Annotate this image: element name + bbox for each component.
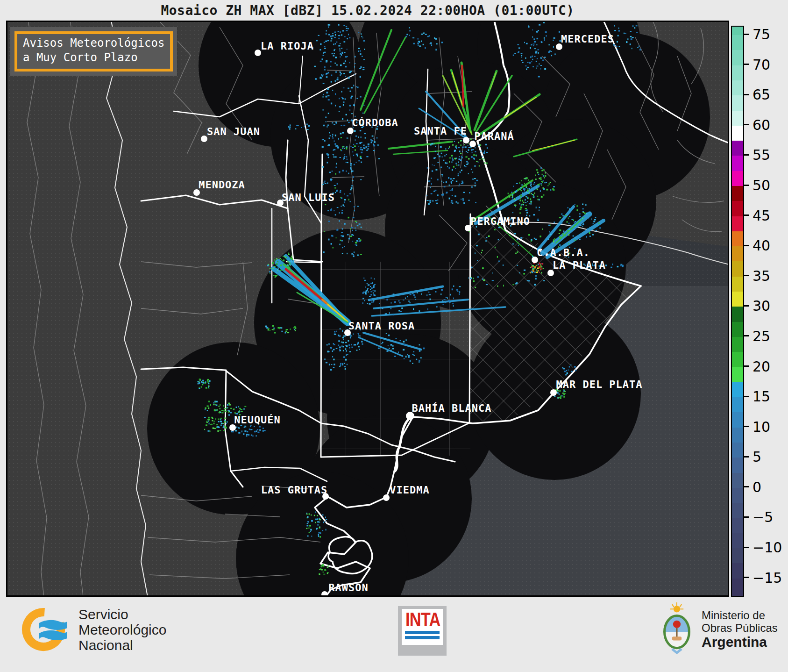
city-label: LA PLATA [553, 259, 606, 271]
colorbar-tick-label: 10 [753, 418, 770, 435]
city-label: PERGAMINO [470, 215, 530, 227]
colorbar-tick-label: 75 [753, 26, 770, 43]
radar-mosaic-product: Mosaico ZH MAX [dBZ] 15.02.2024 22:00HOA… [0, 0, 788, 672]
smn-line-2: Meteorológico [78, 622, 166, 637]
colorbar-tick-label: 15 [753, 388, 770, 405]
city-label: LA RIOJA [261, 40, 314, 52]
warning-line-1: Avisos Meteorológicos [23, 36, 164, 50]
warning-banner: Avisos Meteorológicos a Muy Corto Plazo [10, 27, 177, 76]
ministry-text: Ministerio de Obras Públicas Argentina [702, 609, 778, 650]
colorbar-tick-label: 65 [753, 86, 770, 103]
colorbar-tick [744, 577, 749, 578]
city-dot [347, 128, 354, 134]
colorbar-tick [744, 124, 749, 125]
colorbar-tick-label: 5 [753, 449, 761, 465]
city-dot [255, 50, 261, 56]
colorbar-tick [744, 396, 749, 397]
footer: Servicio Meteorológico Nacional INTA [0, 597, 788, 672]
colorbar-tick [744, 305, 749, 307]
warning-banner-border: Avisos Meteorológicos a Muy Corto Plazo [14, 31, 173, 71]
city-label: SANTA FE [414, 125, 467, 137]
colorbar-tick-label: 60 [753, 116, 770, 133]
colorbar-tick-label: 50 [753, 177, 770, 193]
colorbar-tick [744, 516, 749, 518]
colorbar-tick-label: −10 [753, 539, 782, 556]
city-label: RAWSON [328, 582, 368, 593]
colorbar-tick [744, 154, 749, 156]
colorbar-tick [744, 94, 749, 95]
colorbar-tick [744, 245, 749, 246]
colorbar-tick [744, 64, 749, 65]
colorbar-tick-label: 0 [753, 479, 761, 495]
city-label: NEUQUÉN [234, 414, 281, 426]
colorbar-gradient [731, 26, 744, 597]
city-dot [550, 389, 557, 396]
colorbar-tick-label: 30 [753, 298, 770, 314]
city-label: MAR DEL PLATA [556, 379, 642, 390]
inta-logo-inner: INTA [402, 609, 443, 645]
colorbar-tick [744, 426, 749, 427]
colorbar-tick [744, 275, 749, 276]
colorbar-tick [744, 214, 749, 216]
city-label: BAHÍA BLANCA [412, 402, 492, 414]
smn-line-1: Servicio [78, 607, 166, 622]
city-label: MERCEDES [561, 33, 614, 45]
city-label: SAN LUIS [282, 192, 335, 203]
colorbar-tick-label: 45 [753, 207, 770, 223]
colorbar-tick-label: −5 [753, 509, 773, 525]
ministry-line-3: Argentina [702, 635, 778, 650]
colorbar-tick-label: 70 [753, 56, 770, 72]
city-dot [463, 137, 469, 143]
inta-logo: INTA [398, 606, 447, 656]
colorbar-tick-label: 40 [753, 237, 770, 254]
colorbar-tick [744, 185, 749, 186]
city-label: CÓRDOBA [352, 117, 398, 129]
colorbar-tick [744, 486, 749, 487]
smn-logo-block: Servicio Meteorológico Nacional [21, 604, 166, 655]
ministry-line-1: Ministerio de [702, 609, 778, 622]
smn-line-3: Nacional [78, 637, 166, 653]
inta-bar-2 [405, 636, 440, 639]
city-label: SANTA ROSA [348, 320, 415, 332]
colorbar-tick-label: −15 [753, 569, 782, 586]
argentina-coat-of-arms-icon [660, 601, 694, 657]
city-dot [383, 494, 390, 501]
colorbar-tick [744, 34, 749, 35]
colorbar-tick [744, 365, 749, 367]
city-dot [201, 136, 207, 142]
colorbar-tick [744, 547, 749, 548]
ministry-logo-block: Ministerio de Obras Públicas Argentina [660, 601, 778, 657]
smn-logo-icon [21, 604, 69, 655]
city-label: SAN JUAN [207, 126, 260, 137]
colorbar-tick-label: 25 [753, 328, 770, 344]
colorbar-tick [744, 335, 749, 336]
warning-line-2: a Muy Corto Plazo [23, 50, 164, 65]
ministry-line-2: Obras Públicas [702, 622, 778, 634]
inta-bar-1 [405, 631, 440, 634]
colorbar-tick-label: 55 [753, 147, 770, 163]
city-label: C.A.B.A. [537, 247, 590, 258]
city-label: MENDOZA [199, 179, 245, 191]
smn-logo-text: Servicio Meteorológico Nacional [78, 607, 166, 653]
colorbar: 757065605550454035302520151050−5−10−15 [731, 26, 788, 597]
inta-wordmark: INTA [405, 610, 439, 629]
colorbar-tick-label: 20 [753, 358, 770, 374]
page-title: Mosaico ZH MAX [dBZ] 15.02.2024 22:00HOA… [6, 3, 729, 18]
city-label: PARANÁ [474, 130, 514, 142]
city-label: LAS GRUTAS [261, 484, 327, 496]
colorbar-tick-label: 35 [753, 267, 770, 284]
radar-map: LA RIOJAMERCEDESSAN JUANCÓRDOBASANTA FEP… [6, 21, 729, 597]
colorbar-tick [744, 456, 749, 458]
city-label: VIEDMA [390, 484, 429, 496]
